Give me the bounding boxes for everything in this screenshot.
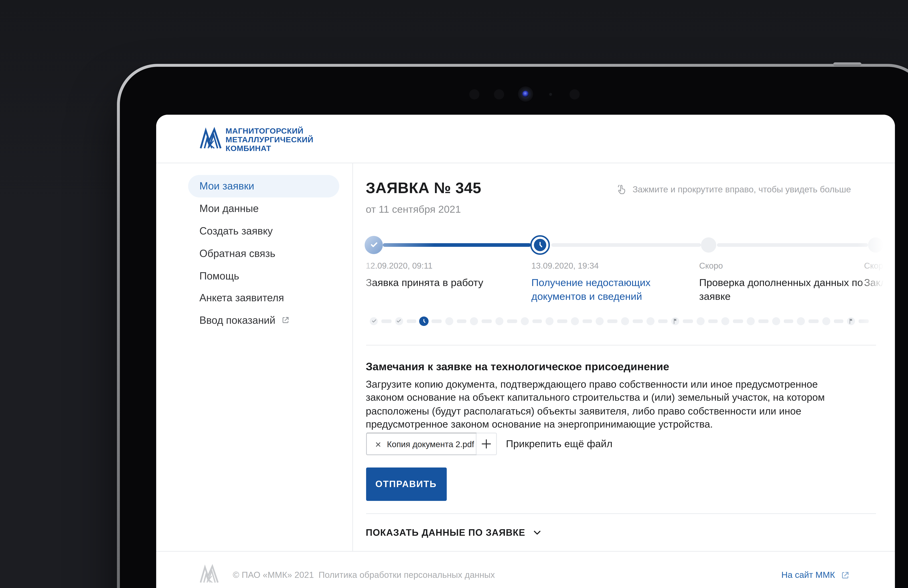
sidebar-item-label: Ввод показаний: [188, 315, 275, 326]
timeline-step-current-icon: [530, 235, 550, 255]
mini-timeline-dash: [683, 320, 693, 323]
power-button: [833, 63, 861, 66]
clock-icon: [421, 318, 427, 324]
flag-icon: [848, 318, 855, 324]
sidebar-item[interactable]: Ввод показаний: [188, 309, 339, 331]
mini-timeline-dot: [772, 317, 780, 325]
mini-timeline-dot-check: [370, 317, 378, 325]
main-panel: ЗАЯВКА № 345 Зажмите и прокрутите вправо…: [353, 163, 895, 551]
hand-pointer-icon: [616, 184, 628, 195]
timeline-step-label[interactable]: Получение недостающих документов и сведе…: [531, 276, 662, 304]
sidebar-item-label: Мои данные: [188, 203, 259, 214]
attach-file-button[interactable]: [475, 433, 496, 455]
mini-timeline-dot: [596, 317, 604, 325]
close-icon[interactable]: ×: [375, 439, 381, 449]
logo-wordmark: МАГНИТОГОРСКИЙ МЕТАЛЛУРГИЧЕСКИЙ КОМБИНАТ: [225, 126, 314, 153]
check-icon: [369, 240, 378, 249]
attached-file-chip[interactable]: × Копия документа 2.pdf: [366, 433, 484, 455]
sidebar-item-label: Обратная связь: [188, 247, 275, 259]
scroll-hint-label: Зажмите и прокрутите вправо, чтобы увиде…: [633, 185, 851, 194]
footer-site-link-label: На сайт ММК: [781, 570, 835, 580]
sidebar-item-label: Мои заявки: [188, 180, 254, 192]
mini-timeline-dash: [834, 320, 844, 323]
plus-icon: [480, 438, 492, 450]
sidebar-item-label: Создать заявку: [188, 225, 273, 237]
section-body: Загрузите копию документа, подтверждающе…: [366, 378, 851, 432]
timeline-step-label: Проверка дополненных данных по заявке: [699, 276, 870, 304]
mini-timeline-dot: [496, 317, 503, 325]
mmk-logo-grey-icon: [200, 564, 218, 584]
divider: [366, 345, 876, 345]
scroll-fade-left: [353, 254, 375, 312]
mini-timeline-dot: [621, 317, 629, 325]
scroll-hint: Зажмите и прокрутите вправо, чтобы увиде…: [616, 184, 851, 195]
mini-timeline-dash: [482, 320, 492, 323]
submit-button[interactable]: ОТПРАВИТЬ: [366, 468, 446, 501]
backdrop: МАГНИТОГОРСКИЙ МЕТАЛЛУРГИЧЕСКИЙ КОМБИНАТ…: [0, 0, 908, 588]
sidebar-item[interactable]: Анкета заявителя: [188, 287, 339, 309]
flag-icon: [672, 318, 679, 324]
external-link-icon: [840, 570, 850, 580]
attached-file-name: Копия документа 2.pdf: [387, 440, 474, 448]
expander-label: ПОКАЗАТЬ ДАННЫЕ ПО ЗАЯВКЕ: [366, 527, 525, 538]
mini-timeline-dash: [557, 320, 567, 323]
mini-timeline-dot-flag: [847, 317, 855, 325]
app-window: МАГНИТОГОРСКИЙ МЕТАЛЛУРГИЧЕСКИЙ КОМБИНАТ…: [156, 115, 895, 588]
mmk-logo-icon: [200, 127, 221, 150]
footer-copyright: © ПАО «ММК» 2021: [233, 570, 314, 580]
sidebar-item[interactable]: Помощь: [188, 264, 339, 287]
tablet-frame: МАГНИТОГОРСКИЙ МЕТАЛЛУРГИЧЕСКИЙ КОМБИНАТ…: [117, 64, 908, 588]
mini-timeline-dash: [783, 320, 793, 323]
mini-timeline-dot: [822, 317, 830, 325]
mini-timeline-dash: [658, 320, 668, 323]
scroll-fade-right: [857, 222, 895, 337]
mini-timeline-dash: [406, 320, 416, 323]
mini-timeline-dot: [571, 317, 579, 325]
sidebar-nav: Мои заявкиМои данныеСоздать заявкуОбратн…: [156, 163, 353, 551]
app-footer: © ПАО «ММК» 2021 Политика обработки перс…: [156, 551, 895, 588]
timeline-step-date: 12.09.2020, 09:11: [366, 261, 433, 270]
chevron-down-icon: [533, 527, 542, 537]
mini-timeline-dash: [507, 320, 517, 323]
check-icon: [371, 318, 377, 324]
sidebar-item[interactable]: Мои заявки: [188, 175, 339, 197]
mini-timeline-dot: [646, 317, 654, 325]
camera-lens-icon: [522, 91, 529, 97]
footer-site-link[interactable]: На сайт ММК: [781, 570, 850, 580]
attach-more-label[interactable]: Прикрепить ещё файл: [506, 438, 613, 449]
mini-timeline-dash: [758, 320, 768, 323]
sidebar-item[interactable]: Обратная связь: [188, 242, 339, 264]
page-title: ЗАЯВКА № 345: [366, 179, 481, 197]
clock-icon: [535, 240, 545, 250]
sensor-dot: [469, 89, 480, 100]
mini-timeline-dash: [431, 320, 441, 323]
timeline-step-date: Скоро: [699, 261, 723, 270]
mini-timeline-dot-clock: [419, 316, 429, 326]
show-request-data-expander[interactable]: ПОКАЗАТЬ ДАННЫЕ ПО ЗАЯВКЕ: [366, 525, 542, 539]
sensor-dot: [549, 93, 552, 96]
timeline-segment: [716, 243, 868, 246]
mini-timeline-dot: [797, 317, 805, 325]
mini-timeline-dot: [546, 317, 554, 325]
timeline-segment-done: [382, 243, 531, 246]
sidebar-item[interactable]: Мои данные: [188, 197, 339, 220]
footer-policy-link[interactable]: Политика обработки персональных данных: [319, 570, 495, 580]
mini-timeline-dot: [696, 317, 704, 325]
mini-timeline-dot: [470, 317, 478, 325]
page-subtitle: от 11 сентября 2021: [366, 203, 461, 215]
mini-timeline-dash: [733, 320, 743, 323]
app-header: МАГНИТОГОРСКИЙ МЕТАЛЛУРГИЧЕСКИЙ КОМБИНАТ: [156, 115, 895, 163]
mini-timeline-dot: [520, 317, 528, 325]
sidebar-item[interactable]: Создать заявку: [188, 220, 339, 242]
sensor-dot: [570, 89, 580, 100]
mini-timeline[interactable]: [366, 313, 883, 329]
divider: [366, 513, 876, 514]
timeline-step-upcoming-icon: [701, 237, 716, 252]
mini-timeline-dot: [722, 317, 730, 325]
sidebar-item-label: Помощь: [188, 270, 239, 281]
sensor-dot: [494, 89, 504, 100]
mini-timeline-dot: [747, 317, 755, 325]
mini-timeline-dash: [708, 320, 718, 323]
mini-timeline-dash: [532, 320, 542, 323]
check-icon: [396, 318, 402, 324]
